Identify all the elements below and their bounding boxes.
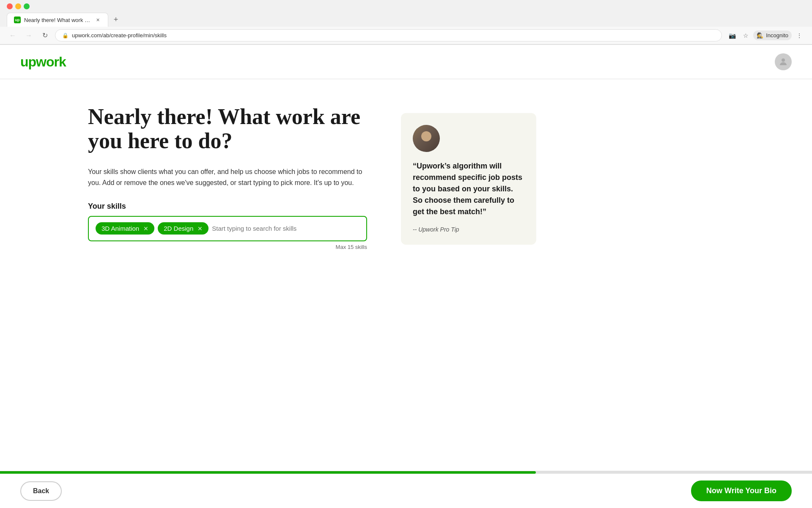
- browser-nav-bar: ← → ↻ 🔒 upwork.com/ab/create-profile/min…: [0, 27, 812, 44]
- new-tab-button[interactable]: +: [110, 14, 122, 26]
- content-right: “Upwork’s algorithm will recommend speci…: [401, 105, 536, 460]
- tab-title: Nearly there! What work are y...: [24, 17, 91, 23]
- next-button[interactable]: Now Write Your Bio: [691, 480, 792, 501]
- tip-quote: “Upwork’s algorithm will recommend speci…: [413, 160, 524, 218]
- tab-close-button[interactable]: ✕: [94, 17, 101, 23]
- skill-tag-remove-3d-animation[interactable]: ✕: [143, 225, 149, 232]
- tip-card-avatar: [413, 125, 440, 152]
- skill-tag-remove-2d-design[interactable]: ✕: [197, 225, 203, 232]
- minimize-traffic-light[interactable]: [15, 3, 21, 9]
- upwork-logo: upwork: [20, 54, 66, 70]
- tip-avatar-image: [413, 125, 440, 152]
- skill-tag-label: 3D Animation: [102, 225, 139, 232]
- header-avatar[interactable]: [775, 53, 792, 70]
- page-description: Your skills show clients what you can of…: [88, 166, 367, 188]
- tab-bar: up Nearly there! What work are y... ✕ +: [0, 13, 812, 27]
- page-wrapper: upwork Nearly there! What work are you h…: [0, 45, 812, 508]
- screen-cast-button[interactable]: 📷: [726, 30, 738, 41]
- progress-bar-container: Back Now Write Your Bio: [0, 471, 812, 508]
- content-left: Nearly there! What work are you here to …: [88, 105, 367, 460]
- bookmark-button[interactable]: ☆: [740, 30, 752, 41]
- tab-favicon: up: [14, 17, 21, 23]
- browser-menu-button[interactable]: ⋮: [793, 30, 805, 41]
- incognito-badge: 🕵️ Incognito: [753, 30, 792, 40]
- browser-chrome: up Nearly there! What work are y... ✕ + …: [0, 0, 812, 45]
- browser-titlebar: [0, 0, 812, 13]
- nav-forward-button[interactable]: →: [23, 30, 35, 41]
- nav-back-button[interactable]: ←: [7, 30, 19, 41]
- address-lock-icon: 🔒: [62, 33, 69, 39]
- site-header: upwork: [0, 45, 812, 79]
- skills-input-container[interactable]: 3D Animation ✕ 2D Design ✕: [88, 216, 367, 241]
- skills-max-text: Max 15 skills: [88, 244, 367, 250]
- back-button[interactable]: Back: [20, 481, 62, 501]
- active-tab[interactable]: up Nearly there! What work are y... ✕: [7, 13, 108, 27]
- skills-label: Your skills: [88, 202, 367, 211]
- tip-card: “Upwork’s algorithm will recommend speci…: [401, 113, 536, 245]
- nav-actions: 📷 ☆ 🕵️ Incognito ⋮: [726, 30, 805, 41]
- traffic-lights: [7, 3, 30, 9]
- user-icon: [778, 57, 788, 67]
- incognito-icon: 🕵️: [757, 32, 763, 39]
- maximize-traffic-light[interactable]: [24, 3, 30, 9]
- skill-tag-label: 2D Design: [164, 225, 193, 232]
- page-heading: Nearly there! What work are you here to …: [88, 105, 367, 153]
- footer-actions: Back Now Write Your Bio: [0, 474, 812, 508]
- nav-refresh-button[interactable]: ↻: [39, 30, 51, 41]
- address-bar[interactable]: 🔒 upwork.com/ab/create-profile/min/skill…: [55, 29, 722, 41]
- incognito-label: Incognito: [766, 32, 788, 39]
- skill-tag-2d-design[interactable]: 2D Design ✕: [158, 222, 208, 235]
- skills-search-input[interactable]: [212, 225, 359, 232]
- tip-source: -- Upwork Pro Tip: [413, 226, 524, 233]
- svg-point-0: [782, 58, 785, 62]
- skill-tag-3d-animation[interactable]: 3D Animation ✕: [96, 222, 154, 235]
- address-url: upwork.com/ab/create-profile/min/skills: [72, 32, 167, 39]
- close-traffic-light[interactable]: [7, 3, 13, 9]
- main-content: Nearly there! What work are you here to …: [68, 79, 744, 508]
